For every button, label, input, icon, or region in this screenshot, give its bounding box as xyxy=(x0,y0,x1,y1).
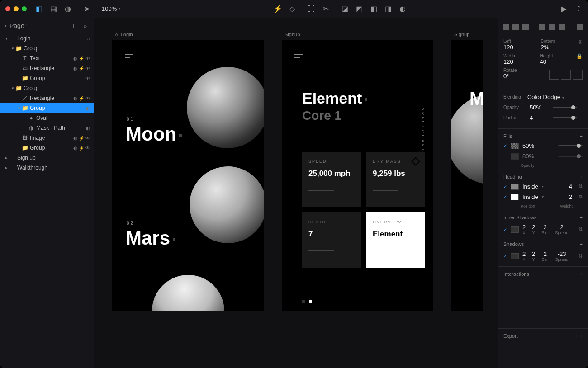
border-swatch[interactable] xyxy=(511,184,519,190)
mask-icon[interactable]: ◐ xyxy=(398,5,407,13)
layer-row[interactable]: 📁Group◐ ⚡ 👁 xyxy=(0,143,94,153)
planet-title: Mars xyxy=(126,227,175,249)
distribute-icon[interactable] xyxy=(577,24,583,30)
canvas[interactable]: ⌂ Login PLANETS 01 Moon 02 Mars Signup xyxy=(94,18,498,368)
align-right-icon[interactable] xyxy=(522,24,529,30)
menu-icon xyxy=(294,54,303,58)
align-vcenter-icon[interactable] xyxy=(549,24,555,30)
pointer-tool-icon[interactable]: ➤ xyxy=(83,5,91,13)
layer-row[interactable]: 🖼Image◐ ⚡ 👁 xyxy=(0,133,94,143)
share-icon[interactable]: ⤴ xyxy=(574,5,583,13)
radius-slider[interactable] xyxy=(553,117,577,118)
align-left-icon[interactable] xyxy=(503,24,509,30)
opacity-slider[interactable] xyxy=(553,107,577,108)
align-top-icon[interactable] xyxy=(539,24,545,30)
shadow-swatch[interactable] xyxy=(511,226,519,233)
add-page-icon[interactable]: + xyxy=(69,22,77,30)
layer-row[interactable]: ▾📁Group◐ xyxy=(0,103,94,113)
fill-slider[interactable] xyxy=(558,145,583,146)
bottom-value[interactable]: 2% xyxy=(541,44,569,51)
add-interaction-icon[interactable]: + xyxy=(580,271,583,277)
artboard-signup2[interactable]: M xyxy=(451,40,483,311)
home-icon: ⌂ xyxy=(115,32,118,37)
add-fill-icon[interactable]: + xyxy=(580,133,583,139)
layer-row[interactable]: ▾Login⌂ xyxy=(0,33,94,43)
close-dot[interactable] xyxy=(5,6,10,11)
layers-icon[interactable]: ◧ xyxy=(35,5,43,13)
fill-row[interactable]: ✓80% xyxy=(498,151,588,161)
minimize-dot[interactable] xyxy=(14,6,19,11)
intersect-icon[interactable]: ◧ xyxy=(370,5,378,13)
shadow-swatch[interactable] xyxy=(511,253,519,259)
subtract-icon[interactable]: ◩ xyxy=(355,5,363,13)
pages-header[interactable]: ▾ Page 1 + ⌕ xyxy=(0,18,94,33)
alignment-row xyxy=(498,18,588,35)
fill-swatch[interactable] xyxy=(511,153,519,160)
constraint-box[interactable] xyxy=(573,70,583,80)
layer-row[interactable]: ▾📁Group xyxy=(0,83,94,93)
left-value[interactable]: 120 xyxy=(503,44,532,51)
bolt-icon[interactable]: ⚡ xyxy=(274,5,282,13)
components-icon[interactable]: ▦ xyxy=(49,5,57,13)
page-dots[interactable] xyxy=(302,300,312,303)
layer-row[interactable]: ●Oval xyxy=(0,113,94,123)
data-icon[interactable]: ◍ xyxy=(64,5,72,13)
add-heading-icon[interactable]: + xyxy=(580,174,583,179)
dot-active[interactable] xyxy=(309,300,312,303)
planet-mars xyxy=(190,166,264,243)
radius-value[interactable]: 4 xyxy=(530,114,533,121)
target-icon[interactable]: ◎ xyxy=(578,39,583,51)
stat-card[interactable]: SEATS7 xyxy=(302,212,361,268)
blend-mode[interactable]: Color Dodge ▾ xyxy=(527,94,577,100)
align-hcenter-icon[interactable] xyxy=(512,24,519,30)
inner-shadow-row[interactable]: ✓ 2X 2Y 2Blur 2Spread ⇅ xyxy=(498,222,588,237)
difference-icon[interactable]: ◨ xyxy=(384,5,392,13)
fills-header: Fills+ xyxy=(498,129,588,141)
layer-row[interactable]: ▾📁Group xyxy=(0,43,94,53)
shadow-row[interactable]: ✓ 2X 2Y 2Blur -23Spread ⇅ xyxy=(498,249,588,264)
add-shadow-icon[interactable]: + xyxy=(580,241,583,247)
height-value[interactable]: 40 xyxy=(540,58,568,65)
layer-row[interactable]: 📁Group👁 xyxy=(0,73,94,83)
align-bottom-icon[interactable] xyxy=(559,24,565,30)
play-icon[interactable]: ▶ xyxy=(560,5,568,13)
artboard-label-signup[interactable]: Signup xyxy=(285,32,433,37)
border-swatch[interactable] xyxy=(511,194,519,200)
layer-row[interactable]: ▸Sign up xyxy=(0,153,94,163)
stat-card[interactable]: OVERVIEWElement xyxy=(366,212,425,268)
fill-swatch[interactable] xyxy=(511,143,519,149)
rotate-value[interactable]: 0° xyxy=(503,73,540,80)
search-icon[interactable]: ⌕ xyxy=(81,22,89,30)
planet-number: 02 xyxy=(127,221,134,226)
layer-row[interactable]: TText◐ ⚡ 👁 xyxy=(0,53,94,63)
artboard-login[interactable]: PLANETS 01 Moon 02 Mars xyxy=(112,40,264,311)
heading-row[interactable]: ✓Inside▾4⇅ xyxy=(498,181,588,192)
cube-icon[interactable]: ◇ xyxy=(288,5,296,13)
layer-row[interactable]: ▭Rectangle◐ ⚡ 👁 xyxy=(0,63,94,73)
menu-icon xyxy=(125,54,133,58)
add-export-icon[interactable]: + xyxy=(580,333,583,339)
fill-row[interactable]: ✓50% xyxy=(498,141,588,151)
lock-icon[interactable]: 🔒 xyxy=(576,53,583,65)
constraint-box[interactable] xyxy=(549,70,559,80)
zoom-level[interactable]: 100%▾ xyxy=(102,5,120,12)
constraint-box[interactable] xyxy=(561,70,571,80)
artboard-label-login[interactable]: ⌂ Login xyxy=(115,32,264,37)
fill-slider[interactable] xyxy=(558,156,583,157)
artboard-signup[interactable]: SPACECRAFT Element Core 1 SPEED25,000 mp… xyxy=(282,40,433,311)
bounds-icon[interactable]: ⛶ xyxy=(307,5,315,13)
add-inner-shadow-icon[interactable]: + xyxy=(580,215,583,220)
opacity-value[interactable]: 50% xyxy=(530,104,541,111)
union-icon[interactable]: ◪ xyxy=(341,5,349,13)
heading-row[interactable]: ✓Inside▾2⇅ xyxy=(498,192,588,202)
dot[interactable] xyxy=(302,300,305,303)
layer-row[interactable]: ▸Walkthrough xyxy=(0,163,94,173)
width-value[interactable]: 120 xyxy=(503,58,531,65)
artboard-label-signup2[interactable]: Signup xyxy=(454,32,483,37)
maximize-dot[interactable] xyxy=(22,6,27,11)
scissors-icon[interactable]: ✂ xyxy=(322,5,330,13)
layer-row[interactable]: ◑Mask - Path◐ xyxy=(0,123,94,133)
stat-card[interactable]: SPEED25,000 mph xyxy=(302,152,361,207)
crop-title: M xyxy=(469,89,483,109)
layer-row[interactable]: ／Rectangle◐ ⚡ 👁 xyxy=(0,93,94,103)
